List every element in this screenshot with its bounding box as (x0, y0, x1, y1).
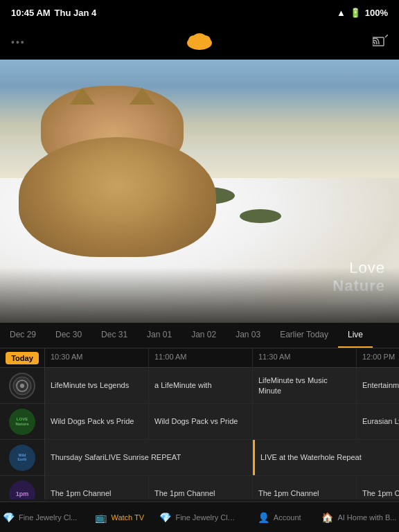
wifi-icon: ▲ (337, 8, 346, 18)
program-row-love-nature: Wild Dogs Pack vs Pride Wild Dogs Pack v… (45, 404, 399, 440)
program-wildearth-1[interactable]: Thursday SafariLIVE Sunrise REPEAT (45, 440, 253, 475)
nav-label-jewelry1: Fine Jewelry Cl... (19, 513, 77, 522)
program-title: LIVE at the Waterhole Repeat (260, 452, 399, 462)
cast-button[interactable] (373, 35, 388, 51)
love-nature-logo: LOVENature (9, 409, 35, 435)
program-title: The 1pm Chan... (362, 488, 399, 498)
account-icon: 👤 (258, 512, 269, 523)
program-lovenature-4[interactable]: Eurasian Lynx T... (357, 404, 399, 439)
program-lifeminute-2[interactable]: a LifeMinute with (149, 368, 253, 403)
lynx-body (19, 137, 216, 257)
jewelry2-icon: 💎 (159, 512, 171, 523)
time-label-1200: 12:00 PM (357, 348, 399, 367)
date-tab-live[interactable]: Live (338, 323, 373, 348)
date-tab-dec30[interactable]: Dec 30 (46, 323, 91, 348)
lynx-ear-right (130, 87, 155, 105)
channel-logo-wild-earth[interactable]: WildEarth (0, 440, 44, 476)
program-1pm-3[interactable]: The 1pm Channel (253, 476, 357, 499)
lynx-figure (8, 86, 228, 257)
top-bar: ••• (0, 25, 399, 60)
watchtv-icon: 📺 (95, 512, 107, 523)
nav-item-jewelry1[interactable]: 💎 Fine Jewelry Cl... (0, 502, 80, 532)
program-title: The 1pm Channel (154, 488, 247, 498)
date-tabs[interactable]: Dec 29 Dec 30 Dec 31 Jan 01 Jan 02 Jan 0… (0, 323, 399, 348)
app-logo[interactable] (186, 30, 213, 54)
nav-label-watchtv: Watch TV (111, 513, 144, 522)
menu-dots[interactable]: ••• (11, 37, 26, 48)
program-title: The 1pm Channel (51, 488, 143, 498)
time-label-1100: 11:00 AM (149, 348, 253, 367)
time-label-1130: 11:30 AM (253, 348, 357, 367)
status-left: 10:45 AM Thu Jan 4 (11, 8, 96, 18)
nav-item-account[interactable]: 👤 Account (240, 502, 319, 532)
channel-logo-lifeminute[interactable] (0, 368, 44, 404)
program-1pm-1[interactable]: The 1pm Channel (45, 476, 149, 499)
channel-logo-love-nature[interactable]: LOVENature (0, 404, 44, 440)
program-1pm-2[interactable]: The 1pm Channel (149, 476, 253, 499)
epg-grid: Today LOVENature WildE (0, 348, 399, 499)
program-title: Entertainment B... (362, 380, 399, 390)
jewelry1-icon: 💎 (3, 512, 15, 523)
program-title: Eurasian Lynx T... (362, 416, 399, 426)
grass-patch-2 (240, 209, 281, 223)
date-tab-jan02[interactable]: Jan 02 (181, 323, 226, 348)
battery-level: 100% (365, 8, 388, 18)
nav-item-aihome[interactable]: 🏠 AI Home with B... (319, 502, 399, 532)
svg-line-5 (385, 35, 388, 37)
date-tab-dec29[interactable]: Dec 29 (0, 323, 46, 348)
program-lovenature-1[interactable]: Wild Dogs Pack vs Pride (45, 404, 149, 439)
program-lovenature-3[interactable] (253, 404, 357, 439)
nav-label-aihome: AI Home with B... (337, 513, 396, 522)
today-badge: Today (6, 352, 39, 364)
svg-point-8 (20, 384, 24, 388)
battery-icon: 🔋 (350, 8, 361, 18)
program-lovenature-2[interactable]: Wild Dogs Pack vs Pride (149, 404, 253, 439)
status-time: 10:45 AM (11, 8, 51, 18)
wild-earth-logo: WildEarth (9, 445, 35, 471)
channel-logo-1pm[interactable]: 1pm (0, 476, 44, 499)
cast-icon (373, 35, 388, 47)
channel-column: Today LOVENature WildE (0, 348, 45, 499)
time-labels: 10:30 AM 11:00 AM 11:30 AM 12:00 PM (45, 348, 399, 368)
program-1pm-4[interactable]: The 1pm Chan... (357, 476, 399, 499)
program-title: Wild Dogs Pack vs Pride (154, 416, 247, 426)
svg-point-3 (193, 33, 206, 44)
lynx-ear-left (69, 87, 95, 105)
program-lifeminute-3[interactable]: LifeMinute tvs Music Minute (253, 368, 357, 403)
program-title: LifeMinute tvs Legends (51, 380, 143, 390)
epg-container: Dec 29 Dec 30 Dec 31 Jan 01 Jan 02 Jan 0… (0, 323, 399, 502)
date-tab-earlier[interactable]: Earlier Today (270, 323, 338, 348)
program-row-lifeminute: LifeMinute tvs Legends a LifeMinute with… (45, 368, 399, 404)
status-bar: 10:45 AM Thu Jan 4 ▲ 🔋 100% (0, 0, 399, 25)
program-title: Wild Dogs Pack vs Pride (51, 416, 143, 426)
program-title: Thursday SafariLIVE Sunrise REPEAT (51, 452, 247, 462)
nav-label-account: Account (274, 513, 301, 522)
program-lifeminute-4[interactable]: Entertainment B... (357, 368, 399, 403)
program-rows: LifeMinute tvs Legends a LifeMinute with… (45, 368, 399, 499)
status-day: Thu Jan 4 (55, 8, 97, 18)
program-title: LifeMinute tvs Music Minute (258, 375, 351, 396)
program-row-wild-earth: Thursday SafariLIVE Sunrise REPEAT LIVE … (45, 440, 399, 476)
channel-logos: LOVENature WildEarth 1pm (0, 368, 44, 499)
video-scene: Love Nature (0, 60, 399, 323)
today-label: Today (0, 348, 44, 368)
lifeminute-logo (9, 373, 35, 399)
nav-item-watchtv[interactable]: 📺 Watch TV (80, 502, 159, 532)
time-label-1030: 10:30 AM (45, 348, 149, 367)
program-wildearth-2[interactable]: LIVE at the Waterhole Repeat (253, 440, 399, 475)
video-player[interactable]: Love Nature (0, 60, 399, 323)
date-tab-dec31[interactable]: Dec 31 (91, 323, 137, 348)
date-tab-jan03[interactable]: Jan 03 (226, 323, 270, 348)
1pm-logo: 1pm (9, 481, 35, 500)
bottom-nav: 💎 Fine Jewelry Cl... 📺 Watch TV 💎 Fine J… (0, 502, 399, 532)
program-lifeminute-1[interactable]: LifeMinute tvs Legends (45, 368, 149, 403)
nav-item-jewelry2[interactable]: 💎 Fine Jewelry Clearance (159, 502, 239, 532)
programs-area: 10:30 AM 11:00 AM 11:30 AM 12:00 PM Life… (45, 348, 399, 499)
program-title: a LifeMinute with (154, 380, 247, 390)
logo-icon (186, 30, 213, 51)
program-row-1pm: The 1pm Channel The 1pm Channel The 1pm … (45, 476, 399, 499)
date-tab-jan01[interactable]: Jan 01 (137, 323, 181, 348)
aihome-icon: 🏠 (321, 512, 333, 523)
video-gradient (0, 267, 399, 323)
program-title: The 1pm Channel (258, 488, 351, 498)
